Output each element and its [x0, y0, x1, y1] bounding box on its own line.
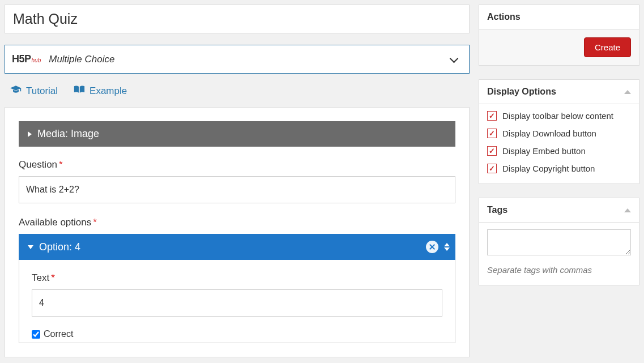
move-down-button[interactable]: [444, 247, 450, 251]
display-options-list: Display toolbar below content Display Do…: [487, 111, 631, 173]
tags-input[interactable]: [487, 229, 631, 255]
order-arrows: [444, 243, 450, 251]
close-icon: [429, 244, 436, 250]
tutorial-label: Tutorial: [26, 86, 58, 97]
content-title-input[interactable]: [5, 5, 469, 33]
graduation-cap-icon: [10, 85, 22, 97]
correct-label: Correct: [44, 329, 73, 339]
tags-box: Tags Separate tags with commas: [479, 198, 639, 285]
selected-type-label: Multiple Choice: [49, 54, 449, 65]
display-option-copyright[interactable]: Display Copyright button: [487, 164, 631, 173]
actions-title: Actions: [479, 5, 639, 29]
tutorial-link[interactable]: Tutorial: [10, 85, 58, 97]
display-option-toolbar[interactable]: Display toolbar below content: [487, 111, 631, 121]
option-body: Text* Correct: [19, 260, 455, 343]
correct-checkbox-row[interactable]: Correct: [32, 329, 442, 339]
checkbox-icon: [487, 164, 497, 173]
display-option-label: Display Download button: [502, 129, 596, 138]
title-panel: [5, 5, 470, 33]
checkbox-icon: [487, 111, 497, 121]
caret-down-icon: [28, 245, 33, 249]
media-section-label: Media: Image: [37, 128, 99, 140]
display-option-label: Display toolbar below content: [502, 111, 613, 121]
media-section-header[interactable]: Media: Image: [19, 121, 455, 147]
remove-option-button[interactable]: [426, 241, 438, 253]
actions-body: Create: [479, 29, 639, 65]
collapse-up-icon: [624, 208, 631, 212]
editor-panel: Media: Image Question* Available options…: [5, 107, 470, 357]
display-option-label: Display Embed button: [502, 146, 586, 156]
checkbox-icon: [487, 146, 497, 156]
checkbox-icon: [487, 129, 497, 138]
display-options-box: Display Options Display toolbar below co…: [479, 79, 639, 184]
required-asterisk: *: [51, 272, 55, 283]
question-label: Question*: [19, 159, 455, 170]
move-up-button[interactable]: [444, 243, 450, 246]
display-option-download[interactable]: Display Download button: [487, 129, 631, 138]
option-title-label: Option: 4: [39, 241, 426, 253]
collapse-up-icon: [624, 90, 631, 94]
display-options-title[interactable]: Display Options: [479, 80, 639, 104]
display-option-embed[interactable]: Display Embed button: [487, 146, 631, 156]
available-options-label: Available options*: [19, 217, 455, 228]
tags-hint: Separate tags with commas: [487, 265, 631, 275]
create-button[interactable]: Create: [584, 37, 631, 57]
display-options-body: Display toolbar below content Display Do…: [479, 104, 639, 183]
caret-right-icon: [28, 131, 32, 137]
chevron-down-icon: [449, 54, 459, 65]
display-option-label: Display Copyright button: [502, 164, 595, 173]
option-text-input[interactable]: [32, 289, 442, 317]
example-label: Example: [89, 86, 127, 97]
book-icon: [74, 85, 85, 97]
option-header[interactable]: Option: 4: [19, 234, 455, 260]
tags-body: Separate tags with commas: [479, 223, 639, 285]
correct-checkbox[interactable]: [32, 330, 40, 339]
question-input[interactable]: [19, 176, 455, 203]
h5p-hub-logo: H5Phub: [12, 53, 41, 65]
option-text-label: Text*: [32, 272, 442, 284]
required-asterisk: *: [59, 159, 63, 170]
tags-title[interactable]: Tags: [479, 198, 639, 223]
actions-box: Actions Create: [479, 5, 639, 66]
example-link[interactable]: Example: [74, 85, 127, 97]
required-asterisk: *: [93, 217, 97, 228]
content-type-selector[interactable]: H5Phub Multiple Choice: [5, 45, 470, 74]
help-links-row: Tutorial Example: [10, 85, 470, 97]
